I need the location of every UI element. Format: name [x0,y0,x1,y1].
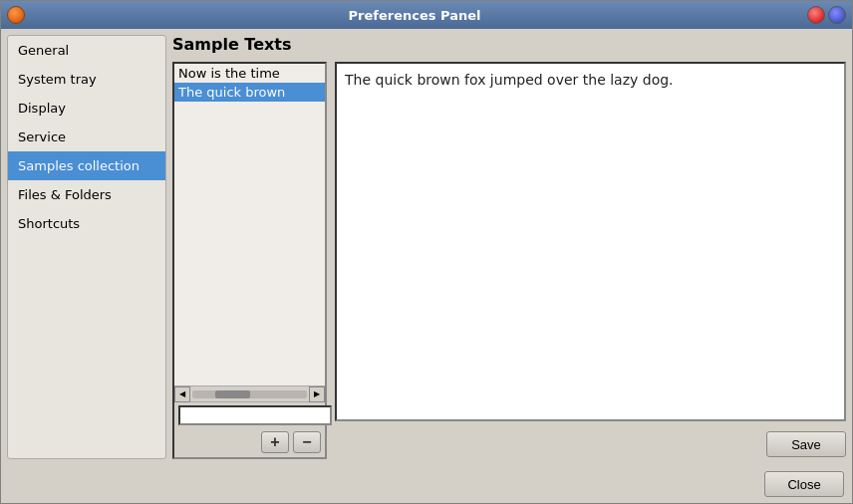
preview-text: The quick brown fox jumped over the lazy… [345,72,674,88]
panel-body: Now is the time The quick brown ◀ [172,62,846,459]
hscroll-thumb[interactable] [215,390,250,398]
sidebar-item-system-tray[interactable]: System tray [8,65,165,94]
list-item[interactable]: Now is the time [174,64,325,83]
scroll-left-button[interactable]: ◀ [174,386,190,402]
save-row: Save [335,429,846,459]
close-button[interactable]: Close [764,471,844,497]
sidebar-item-general[interactable]: General [8,36,165,65]
close-window-button[interactable] [807,6,825,24]
list-item-selected[interactable]: The quick brown [174,83,325,102]
footer: Close [1,465,852,503]
add-sample-button[interactable]: + [261,431,289,453]
sidebar-item-display[interactable]: Display [8,94,165,123]
app-icon [7,6,25,24]
scroll-right-button[interactable]: ▶ [309,386,325,402]
preview-panel: The quick brown fox jumped over the lazy… [335,62,846,459]
left-arrow-icon: ◀ [179,389,185,398]
list-hscrollbar: ◀ ▶ [174,385,325,401]
sidebar: General System tray Display Service Samp… [7,35,166,459]
sidebar-item-shortcuts[interactable]: Shortcuts [8,209,165,238]
titlebar-left-controls [7,6,25,24]
list-scroll-area: Now is the time The quick brown [174,64,325,385]
save-button[interactable]: Save [766,431,846,457]
preview-text-area: The quick brown fox jumped over the lazy… [335,62,846,421]
right-arrow-icon: ▶ [314,389,320,398]
samples-area: Now is the time The quick brown ◀ [172,62,846,459]
window-title: Preferences Panel [25,8,804,23]
list-input-row [174,401,325,427]
main-panel: Sample Texts Now is the time The quick b… [172,35,846,459]
hscroll-track [192,390,307,398]
minimize-window-button[interactable] [828,6,846,24]
sample-text-input[interactable] [178,405,332,425]
list-buttons-row: + − [174,427,325,457]
sidebar-item-files-folders[interactable]: Files & Folders [8,180,165,209]
remove-sample-button[interactable]: − [293,431,321,453]
preferences-window: Preferences Panel General System tray Di… [0,0,853,504]
panel-title: Sample Texts [172,35,846,54]
sidebar-item-service[interactable]: Service [8,123,165,151]
titlebar: Preferences Panel [1,1,852,29]
samples-list-panel: Now is the time The quick brown ◀ [172,62,327,459]
sidebar-item-samples-collection[interactable]: Samples collection [8,151,165,180]
main-content: General System tray Display Service Samp… [1,29,852,465]
titlebar-right-controls [804,6,846,24]
